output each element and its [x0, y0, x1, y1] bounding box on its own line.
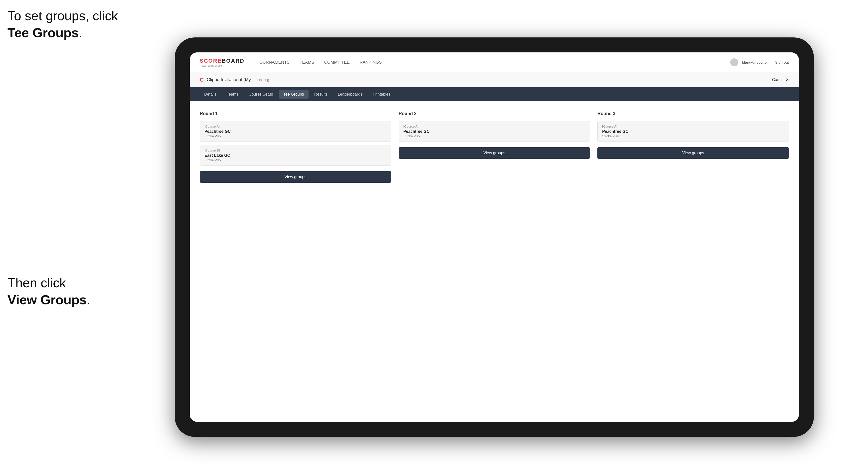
round-1-course-a-name: Peachtree GC — [205, 129, 386, 134]
logo-text: SCOREBOARD — [200, 58, 244, 64]
hosting-badge: Hosting — [257, 78, 269, 82]
round-1-course-b-format: Stroke Play — [205, 158, 386, 162]
nav-links: TOURNAMENTS TEAMS COMMITTEE RANKINGS — [257, 60, 731, 65]
tab-bar: Details Teams Course Setup Tee Groups Re… — [190, 87, 799, 101]
instruction-top-line1: To set groups, click — [7, 8, 118, 23]
avatar — [730, 58, 738, 66]
nav-tournaments[interactable]: TOURNAMENTS — [257, 60, 289, 65]
instruction-bottom-line1: Then click — [7, 276, 66, 290]
tab-leaderboards[interactable]: Leaderboards — [333, 90, 367, 99]
round-2-course-a-format: Stroke Play — [403, 134, 585, 138]
tab-results[interactable]: Results — [310, 90, 332, 99]
round-1-course-b-label: [Course B] — [205, 149, 386, 152]
tournament-logo-letter: C — [200, 76, 204, 83]
tab-details[interactable]: Details — [200, 90, 221, 99]
tab-printables[interactable]: Printables — [368, 90, 395, 99]
round-2-course-a-card: [Course A] Peachtree GC Stroke Play — [399, 121, 590, 142]
round-1-column: Round 1 [Course A] Peachtree GC Stroke P… — [200, 111, 391, 183]
round-3-course-a-format: Stroke Play — [602, 134, 784, 138]
round-1-course-b-card: [Course B] East Lake GC Stroke Play — [200, 145, 391, 166]
nav-teams[interactable]: TEAMS — [300, 60, 314, 65]
round-2-title: Round 2 — [399, 111, 590, 116]
sign-out-link[interactable]: Sign out — [775, 60, 789, 64]
nav-rankings[interactable]: RANKINGS — [360, 60, 382, 65]
tab-teams[interactable]: Teams — [222, 90, 243, 99]
round-1-view-groups-button[interactable]: View groups — [200, 171, 391, 183]
instruction-bottom: Then click View Groups. — [7, 275, 90, 308]
tablet-screen: SCOREBOARD Powered by clippit TOURNAMENT… — [190, 53, 799, 422]
tablet-frame: SCOREBOARD Powered by clippit TOURNAMENT… — [175, 37, 814, 437]
round-1-course-a-format: Stroke Play — [205, 134, 386, 138]
round-1-course-a-label: [Course A] — [205, 125, 386, 128]
instruction-top: To set groups, click Tee Groups. — [7, 7, 118, 41]
tab-tee-groups[interactable]: Tee Groups — [279, 90, 309, 99]
logo-sub: Powered by clippit — [200, 64, 244, 67]
round-3-view-groups-button[interactable]: View groups — [597, 147, 789, 159]
rounds-container: Round 1 [Course A] Peachtree GC Stroke P… — [200, 111, 789, 183]
round-1-course-b-name: East Lake GC — [205, 153, 386, 158]
round-3-course-a-label: [Course A] — [602, 125, 784, 128]
round-3-column: Round 3 [Course A] Peachtree GC Stroke P… — [597, 111, 789, 183]
round-3-course-a-card: [Course A] Peachtree GC Stroke Play — [597, 121, 789, 142]
round-2-course-a-label: [Course A] — [403, 125, 585, 128]
tab-course-setup[interactable]: Course Setup — [244, 90, 278, 99]
nav-right: blair@clippd.io | Sign out — [730, 58, 789, 66]
tournament-name-area: C Clippd Invitational (My... Hosting — [200, 76, 772, 83]
round-1-title: Round 1 — [200, 111, 391, 116]
round-2-course-a-name: Peachtree GC — [403, 129, 585, 134]
instruction-tee-groups: Tee Groups — [7, 26, 79, 40]
main-content: Round 1 [Course A] Peachtree GC Stroke P… — [190, 101, 799, 422]
user-email: blair@clippd.io — [742, 60, 767, 64]
tournament-title: Clippd Invitational (My... — [207, 77, 254, 82]
round-3-title: Round 3 — [597, 111, 789, 116]
nav-committee[interactable]: COMMITTEE — [324, 60, 349, 65]
cancel-button[interactable]: Cancel ✕ — [772, 77, 789, 82]
instruction-view-groups: View Groups — [7, 292, 87, 307]
logo-area: SCOREBOARD Powered by clippit — [200, 58, 244, 67]
round-2-view-groups-button[interactable]: View groups — [399, 147, 590, 159]
round-3-course-a-name: Peachtree GC — [602, 129, 784, 134]
round-1-course-a-card: [Course A] Peachtree GC Stroke Play — [200, 121, 391, 142]
tournament-bar: C Clippd Invitational (My... Hosting Can… — [190, 72, 799, 87]
round-2-column: Round 2 [Course A] Peachtree GC Stroke P… — [399, 111, 590, 183]
nav-bar: SCOREBOARD Powered by clippit TOURNAMENT… — [190, 53, 799, 72]
